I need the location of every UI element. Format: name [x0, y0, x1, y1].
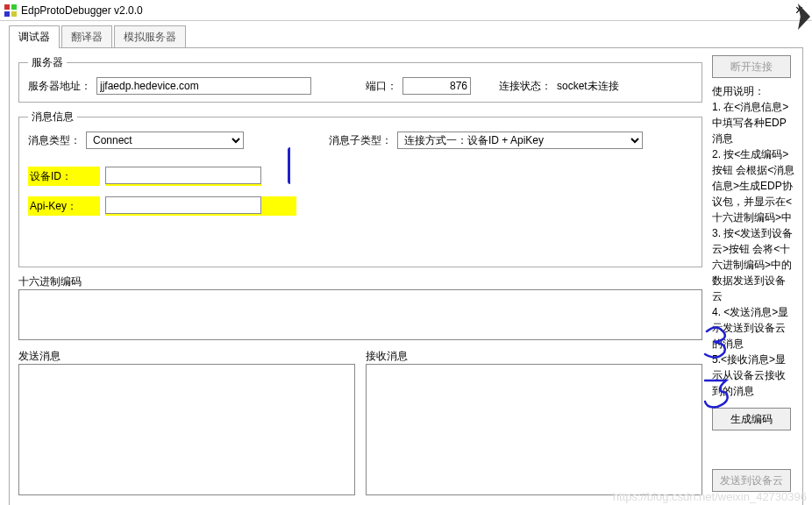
- msg-subtype-select[interactable]: 连接方式一：设备ID + ApiKey: [397, 132, 643, 149]
- svg-rect-1: [11, 4, 17, 10]
- device-id-label: 设备ID：: [28, 169, 72, 184]
- send-label: 发送消息: [18, 349, 355, 364]
- tab-debugger[interactable]: 调试器: [9, 25, 60, 48]
- svg-rect-2: [4, 11, 10, 17]
- svg-rect-3: [11, 11, 17, 17]
- instr-line2: 2. 按<生成编码>按钮 会根据<消息信息>生成EDP协议包，并显示在<十六进制…: [712, 146, 795, 225]
- window-title: EdpProtoDebugger v2.0.0: [21, 4, 143, 17]
- api-key-label: Api-Key：: [28, 199, 77, 214]
- instr-header: 使用说明：: [712, 83, 795, 99]
- port-label: 端口：: [366, 79, 397, 94]
- server-addr-label: 服务器地址：: [28, 79, 91, 94]
- instructions: 使用说明： 1. 在<消息信息>中填写各种EDP消息 2. 按<生成编码>按钮 …: [712, 83, 795, 399]
- tab-mockserver[interactable]: 模拟服务器: [114, 25, 186, 48]
- recv-label: 接收消息: [366, 349, 702, 364]
- port-input[interactable]: [402, 77, 471, 95]
- device-id-input[interactable]: [105, 167, 261, 184]
- instr-line4: 4. <发送消息>显示发送到设备云的消息: [712, 304, 795, 352]
- api-key-input[interactable]: [105, 196, 261, 214]
- hex-textarea[interactable]: [18, 289, 702, 340]
- instr-line5: 5.<接收消息>显示从设备云接收到的消息: [712, 352, 795, 399]
- message-legend: 消息信息: [28, 110, 77, 124]
- svg-rect-0: [4, 4, 10, 10]
- generate-button[interactable]: 生成编码: [712, 408, 791, 430]
- conn-status-value: socket未连接: [557, 79, 619, 94]
- recv-textarea[interactable]: [366, 364, 702, 495]
- server-legend: 服务器: [28, 55, 67, 70]
- message-group: 消息信息 消息类型： Connect 消息子类型： 连接方式一：设备ID + A…: [18, 110, 702, 267]
- disconnect-button[interactable]: 断开连接: [712, 55, 791, 78]
- send-cloud-button[interactable]: 发送到设备云: [712, 469, 791, 492]
- titlebar: EdpProtoDebugger v2.0.0 ×: [0, 0, 812, 21]
- instr-line1: 1. 在<消息信息>中填写各种EDP消息: [712, 99, 795, 146]
- watermark: https://blog.csdn.net/weixin_42730396: [613, 490, 807, 503]
- conn-status-label: 连接状态：: [499, 79, 552, 94]
- msg-subtype-label: 消息子类型：: [329, 133, 392, 148]
- server-group: 服务器 服务器地址： 端口： 连接状态： socket未连接: [18, 55, 702, 103]
- app-icon: [4, 4, 18, 18]
- tab-translator[interactable]: 翻译器: [61, 25, 112, 48]
- msg-type-label: 消息类型：: [28, 133, 81, 148]
- server-addr-input[interactable]: [96, 77, 311, 95]
- send-textarea[interactable]: [18, 364, 355, 495]
- msg-type-select[interactable]: Connect: [86, 132, 244, 149]
- tab-content: 服务器 服务器地址： 端口： 连接状态： socket未连接 消息信息 消息类型…: [9, 47, 803, 505]
- instr-line3: 3. 按<发送到设备云>按钮 会将<十六进制编码>中的数据发送到设备云: [712, 225, 795, 304]
- tab-bar: 调试器 翻译器 模拟服务器: [0, 21, 812, 47]
- hex-label: 十六进制编码: [18, 274, 702, 289]
